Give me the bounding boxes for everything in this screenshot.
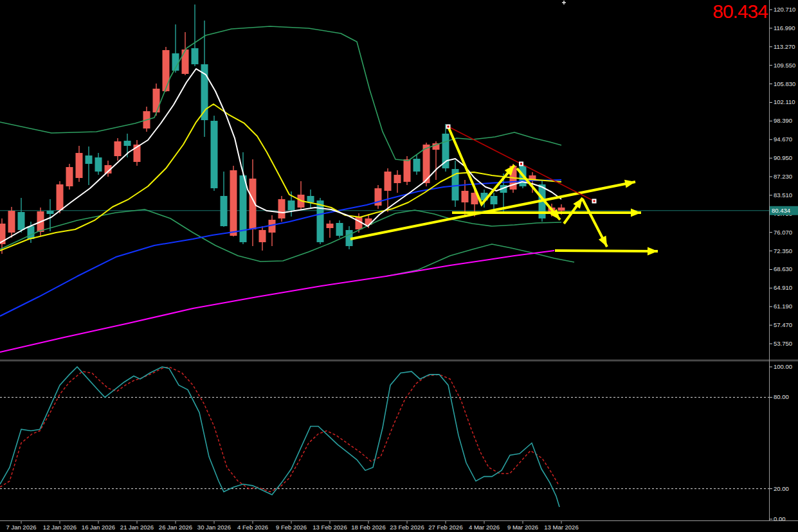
price-axis-label: 61.190 — [774, 303, 792, 310]
candle — [153, 89, 160, 112]
candle — [491, 196, 498, 204]
stoch-axis-label: 0.00 — [774, 515, 786, 522]
stoch-axis-label: 20.00 — [774, 485, 789, 492]
price-chart-canvas[interactable]: 120.710116.990113.270109.550105.830102.1… — [0, 0, 798, 532]
chart-window: 120.710116.990113.270109.550105.830102.1… — [0, 0, 798, 532]
candle — [462, 191, 469, 202]
candle — [221, 196, 228, 226]
candle — [86, 155, 93, 164]
candle — [336, 223, 343, 236]
drawn-arrow[interactable] — [555, 247, 658, 255]
price-axis-label: 113.270 — [774, 43, 795, 50]
stoch-main-line — [0, 367, 559, 507]
time-axis-label: 9 Mar 2026 — [507, 524, 538, 531]
candle — [95, 157, 102, 172]
bid-price-display: 80.434 — [712, 1, 768, 22]
drawn-arrow[interactable] — [350, 180, 635, 239]
candle — [163, 50, 170, 91]
trendline[interactable] — [446, 125, 597, 204]
price-axis-label: 94.670 — [774, 136, 792, 143]
candle — [47, 211, 54, 214]
axes-layer: 120.710116.990113.270109.550105.830102.1… — [0, 0, 798, 531]
candle — [192, 48, 199, 64]
candle — [182, 49, 189, 74]
band-upper-line — [0, 26, 561, 161]
candle — [124, 141, 131, 146]
magenta-ma-line — [0, 251, 554, 352]
stoch-signal-line — [0, 367, 558, 492]
price-axis-label: 102.110 — [774, 98, 795, 105]
candle — [413, 159, 421, 172]
candle — [28, 226, 35, 239]
time-axis-label: 12 Jan 2026 — [43, 524, 77, 531]
arrow-line[interactable] — [555, 251, 658, 251]
stoch-axis-label: 100.00 — [774, 363, 792, 370]
candle — [404, 159, 411, 182]
time-axis-label: 18 Feb 2026 — [351, 524, 385, 531]
price-axis-label: 87.230 — [774, 173, 792, 180]
time-axis-label: 23 Feb 2026 — [390, 524, 424, 531]
time-axis-label: 21 Jan 2026 — [120, 524, 154, 531]
candle — [211, 121, 218, 188]
time-axis-label: 30 Jan 2026 — [197, 524, 231, 531]
candle — [230, 170, 237, 236]
candle — [66, 167, 73, 186]
candle — [8, 211, 15, 233]
candle — [327, 224, 334, 228]
candle — [76, 153, 83, 178]
arrow-head — [631, 208, 641, 217]
candle — [259, 230, 266, 242]
trendline-handle-center — [448, 126, 449, 128]
main-panel[interactable] — [0, 4, 769, 352]
stoch-axis-label: 80.00 — [774, 393, 789, 400]
arrow-head — [648, 247, 658, 255]
arrow-head — [599, 236, 607, 247]
price-axis-label: 98.390 — [774, 117, 792, 124]
price-axis-label: 72.350 — [774, 247, 792, 254]
stochastic-panel[interactable] — [0, 367, 769, 507]
candle — [18, 212, 25, 230]
candle — [114, 141, 122, 156]
price-axis-label: 83.510 — [774, 191, 792, 199]
price-axis-label: 120.710 — [774, 6, 795, 13]
price-axis-label: 68.630 — [774, 265, 792, 272]
trendline-handle-center — [520, 163, 522, 165]
price-axis-label: 109.550 — [774, 62, 795, 69]
candle — [278, 199, 286, 218]
candle — [558, 208, 565, 211]
price-axis-label: 90.950 — [774, 154, 792, 161]
candle — [288, 200, 295, 210]
time-axis-label: 7 Jan 2026 — [6, 524, 36, 531]
candle — [307, 196, 314, 202]
drawn-arrow[interactable] — [452, 208, 641, 217]
time-axis-label: 26 Jan 2026 — [159, 524, 192, 531]
candles-layer — [0, 4, 565, 254]
price-axis-label: 105.830 — [774, 80, 795, 87]
trendline-handle-center — [594, 200, 595, 202]
time-axis-label: 13 Mar 2026 — [544, 524, 578, 531]
candle — [57, 184, 64, 210]
current-price-flag-label: 80.434 — [772, 207, 790, 214]
time-axis-label: 16 Jan 2026 — [82, 524, 115, 531]
candle — [356, 217, 363, 229]
candle — [385, 172, 392, 191]
time-axis-label: 9 Feb 2026 — [276, 524, 307, 531]
time-axis-label: 4 Mar 2026 — [469, 524, 500, 531]
price-axis-label: 53.750 — [774, 340, 792, 347]
price-axis-label: 76.070 — [774, 229, 792, 236]
candle — [394, 175, 401, 183]
yellow-ma-line — [0, 104, 561, 251]
time-axis-label: 4 Feb 2026 — [237, 524, 268, 531]
time-axis-label: 27 Feb 2026 — [428, 524, 462, 531]
candle — [317, 200, 324, 242]
candle — [240, 175, 247, 242]
price-axis-label: 57.470 — [774, 321, 792, 328]
price-axis-label: 64.910 — [774, 284, 792, 291]
time-axis-label: 13 Feb 2026 — [313, 524, 347, 531]
price-axis-label: 116.990 — [774, 24, 795, 31]
drawn-arrow[interactable] — [583, 199, 607, 247]
